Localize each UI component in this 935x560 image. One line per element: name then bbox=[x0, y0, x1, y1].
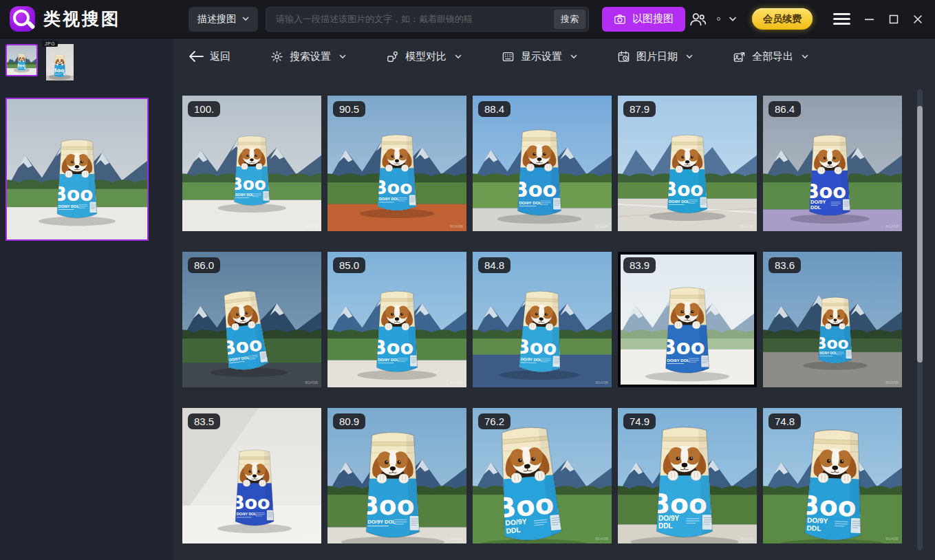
svg-text:B0A5B: B0A5B bbox=[595, 380, 608, 385]
account-area: 会员续费 bbox=[689, 8, 925, 30]
svg-text:B0A5B: B0A5B bbox=[305, 224, 318, 228]
similarity-score: 86.4 bbox=[769, 101, 801, 117]
result-tile[interactable]: Boo!DO/9Y DOLB0A5B 80.9 bbox=[327, 408, 466, 543]
chevron-down-icon bbox=[570, 54, 577, 59]
results-grid: Boo!DO/9Y DOLB0A5B 100. Boo!DO/9Y DOLB0A… bbox=[173, 74, 935, 543]
similarity-score: 76.2 bbox=[478, 413, 511, 429]
chevron-down-icon bbox=[242, 17, 249, 21]
result-tile[interactable]: Boo!DO/9Y DOLB0A5B 85.0 bbox=[327, 252, 466, 387]
app-title: 类视搜图 bbox=[43, 8, 120, 30]
minimize-button[interactable] bbox=[862, 12, 877, 27]
svg-text:B0A5B: B0A5B bbox=[305, 537, 318, 541]
svg-text:B0A5B: B0A5B bbox=[740, 380, 753, 385]
svg-text:B0A5B: B0A5B bbox=[885, 380, 899, 385]
users-icon[interactable] bbox=[689, 11, 707, 27]
file-format-badge: JPG bbox=[42, 41, 58, 47]
svg-text:B0A5B: B0A5B bbox=[450, 380, 463, 385]
svg-text:B0A5B: B0A5B bbox=[595, 537, 608, 541]
back-arrow-icon bbox=[189, 50, 204, 63]
app-window: 类视搜图 描述搜图 搜索 以图搜图 会员续费 bbox=[0, 0, 935, 560]
query-image-preview[interactable]: Boo!DO/9Y DOL bbox=[6, 98, 149, 241]
svg-text:DO/9Y DOL: DO/9Y DOL bbox=[237, 512, 257, 516]
result-tile[interactable]: Boo!DO/9Y DOLB0A5B 86.0 bbox=[182, 252, 321, 387]
topbar: 类视搜图 描述搜图 搜索 以图搜图 会员续费 bbox=[0, 0, 935, 39]
menu-search-settings[interactable]: 搜索设置 bbox=[266, 50, 350, 64]
chevron-down-icon bbox=[686, 54, 693, 59]
similarity-score: 74.9 bbox=[623, 413, 656, 429]
chevron-down-icon bbox=[455, 54, 462, 59]
export-image-icon bbox=[733, 50, 746, 63]
svg-text:DO/9Y DOL: DO/9Y DOL bbox=[669, 200, 690, 204]
menu-export-all[interactable]: 全部导出 bbox=[729, 50, 813, 64]
svg-text:DDL: DDL bbox=[810, 204, 821, 211]
chevron-down-icon bbox=[339, 54, 346, 59]
maximize-icon bbox=[889, 14, 899, 24]
sidebar: Boo!DO/9Y DOL Boo!DO/9Y DOL JPG Boo!DO/9… bbox=[0, 39, 173, 560]
content-area: Boo!DO/9Y DOL Boo!DO/9Y DOL JPG Boo!DO/9… bbox=[0, 39, 935, 560]
membership-renew-button[interactable]: 会员续费 bbox=[752, 8, 813, 30]
back-button[interactable]: 返回 bbox=[184, 50, 235, 64]
svg-text:DO/9Y DOL: DO/9Y DOL bbox=[667, 358, 690, 363]
similarity-score: 86.0 bbox=[188, 257, 220, 273]
similarity-score: 88.4 bbox=[478, 101, 511, 117]
search-button[interactable]: 搜索 bbox=[554, 10, 585, 29]
svg-text:DO/9Y DOL: DO/9Y DOL bbox=[54, 74, 61, 74]
menu-model-compare[interactable]: 模型对比 bbox=[382, 50, 466, 64]
result-tile[interactable]: Boo!DO/9Y DOLB0A5B 88.4 bbox=[473, 96, 612, 231]
result-tile[interactable]: Boo!DO/9Y DOLB0A5B 84.8 bbox=[473, 252, 612, 387]
menu-image-date[interactable]: 图片日期 bbox=[613, 50, 697, 64]
image-search-button[interactable]: 以图搜图 bbox=[602, 7, 685, 32]
minimize-icon bbox=[865, 14, 874, 24]
result-tile[interactable]: Boo!DO/9Y DOLB0A5B 83.5 bbox=[182, 408, 321, 543]
result-tile[interactable]: Boo!DO/9YDDLB0A5B 76.2 bbox=[473, 408, 612, 543]
results-toolbar: 返回 搜索设置 模型对比 显示设置 bbox=[173, 39, 935, 74]
search-box: 搜索 bbox=[266, 7, 589, 32]
search-mode-label: 描述搜图 bbox=[197, 13, 236, 25]
query-thumbnail-selected[interactable]: Boo!DO/9Y DOL bbox=[6, 44, 38, 76]
result-tile[interactable]: Boo!DO/9Y DOLB0A5B 83.6 bbox=[763, 252, 902, 387]
scrollbar-thumb[interactable] bbox=[917, 106, 923, 363]
similarity-score: 83.9 bbox=[623, 257, 656, 273]
menu-display-settings[interactable]: 显示设置 bbox=[497, 50, 581, 64]
search-mode-dropdown[interactable]: 描述搜图 bbox=[189, 7, 258, 32]
svg-text:B0A5B: B0A5B bbox=[740, 224, 753, 228]
svg-text:DDL: DDL bbox=[506, 526, 522, 535]
svg-text:B0A5B: B0A5B bbox=[305, 380, 318, 385]
similarity-score: 87.9 bbox=[623, 101, 656, 117]
logo-area: 类视搜图 bbox=[10, 6, 179, 32]
similarity-score: 74.8 bbox=[769, 413, 801, 429]
svg-text:B0A5B: B0A5B bbox=[885, 224, 899, 228]
search-input[interactable] bbox=[275, 13, 554, 25]
hamburger-menu-icon[interactable] bbox=[830, 10, 853, 28]
svg-text:DO/9Y DOL: DO/9Y DOL bbox=[379, 197, 400, 201]
result-tile[interactable]: Boo!DO/9YDDLB0A5B 86.4 bbox=[763, 96, 902, 231]
svg-text:DO/9Y DOL: DO/9Y DOL bbox=[521, 357, 543, 362]
camera-icon bbox=[614, 14, 626, 25]
svg-text:DO/9Y DOL: DO/9Y DOL bbox=[58, 204, 80, 208]
svg-text:B0A5B: B0A5B bbox=[740, 537, 753, 541]
result-tile[interactable]: Boo!DO/9Y DOLB0A5B 83.9 bbox=[618, 252, 757, 387]
svg-text:DDL: DDL bbox=[807, 524, 821, 532]
svg-text:DO/9Y: DO/9Y bbox=[658, 515, 680, 522]
result-tile[interactable]: Boo!DO/9Y DOLB0A5B 100. bbox=[182, 96, 321, 231]
svg-text:B0A5B: B0A5B bbox=[885, 537, 899, 541]
similarity-score: 84.8 bbox=[478, 257, 511, 273]
back-label: 返回 bbox=[210, 50, 230, 63]
maximize-button[interactable] bbox=[886, 12, 901, 27]
result-tile[interactable]: Boo!DO/9Y DOLB0A5B 87.9 bbox=[618, 96, 757, 231]
svg-text:DO/9Y DOL: DO/9Y DOL bbox=[378, 358, 399, 362]
similarity-score: 90.5 bbox=[333, 101, 365, 117]
similarity-score: 100. bbox=[188, 101, 220, 117]
svg-text:B0A5B: B0A5B bbox=[450, 537, 463, 541]
status-dot bbox=[717, 17, 720, 21]
results-panel: 返回 搜索设置 模型对比 显示设置 bbox=[173, 39, 935, 560]
close-button[interactable] bbox=[910, 12, 925, 27]
svg-text:DO/9Y DOL: DO/9Y DOL bbox=[235, 193, 254, 197]
result-tile[interactable]: Boo!DO/9YDDLB0A5B 74.9 bbox=[618, 408, 757, 543]
result-tile[interactable]: Boo!DO/9YDDLB0A5B 74.8 bbox=[763, 408, 902, 543]
similarity-score: 80.9 bbox=[333, 413, 365, 429]
account-chevron-down-icon[interactable] bbox=[729, 17, 737, 22]
svg-text:B0A5B: B0A5B bbox=[595, 224, 608, 228]
result-tile[interactable]: Boo!DO/9Y DOLB0A5B 90.5 bbox=[327, 96, 466, 231]
query-thumbnail-2[interactable]: Boo!DO/9Y DOL JPG bbox=[46, 44, 74, 80]
